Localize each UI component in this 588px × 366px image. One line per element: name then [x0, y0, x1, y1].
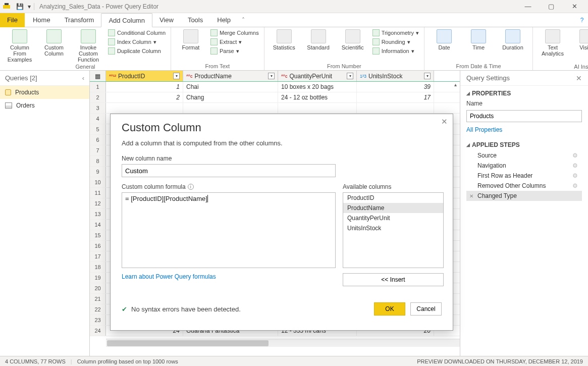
ribbon: Column From Examples Custom Column Invok…	[0, 27, 588, 71]
tab-help[interactable]: Help	[210, 13, 238, 27]
column-from-examples-button[interactable]: Column From Examples	[5, 29, 34, 63]
ribbon-tabs: File Home Transform Add Column View Tool…	[0, 13, 588, 27]
applied-step[interactable]: Removed Other Columns⚙	[466, 181, 582, 191]
collapse-queries-icon[interactable]: ‹	[82, 74, 84, 82]
standard-button[interactable]: Standard	[304, 29, 333, 50]
statistics-button[interactable]: Statistics	[270, 29, 299, 50]
gear-icon[interactable]: ⚙	[572, 162, 578, 169]
name-label: Name	[466, 100, 582, 107]
column-header[interactable]: ᴬᴮcQuantityPerUnit▾	[278, 71, 357, 81]
save-icon[interactable]: 💾	[16, 3, 24, 10]
close-settings-icon[interactable]: ✕	[576, 74, 582, 82]
grid-corner[interactable]: ▦	[90, 71, 106, 81]
available-columns-list[interactable]: ProductIDProductNameQuantityPerUnitUnits…	[343, 192, 444, 268]
ribbon-collapse-icon[interactable]: ˄	[238, 17, 249, 24]
applied-step[interactable]: First Row as Header⚙	[466, 171, 582, 181]
help-icon[interactable]: ?	[576, 17, 588, 24]
column-filter-icon[interactable]: ▾	[347, 73, 353, 79]
status-profiling: Column profiling based on top 1000 rows	[77, 358, 178, 364]
dialog-close-icon[interactable]: ✕	[441, 117, 448, 126]
available-column-item[interactable]: ProductID	[343, 193, 443, 203]
tab-tools[interactable]: Tools	[181, 13, 210, 27]
check-icon: ✔	[122, 305, 127, 313]
gear-icon[interactable]: ⚙	[572, 152, 578, 159]
scientific-button[interactable]: Scientific	[338, 29, 367, 50]
qat-dropdown-icon[interactable]: ▾	[28, 3, 31, 10]
conditional-column-button[interactable]: Conditional Column	[108, 29, 166, 36]
query-settings-pane: Query Settings✕ ◢PROPERTIES Name All Pro…	[460, 71, 588, 356]
tab-add-column[interactable]: Add Column	[101, 13, 152, 27]
applied-step[interactable]: Navigation⚙	[466, 161, 582, 171]
column-header[interactable]: ᴬᴮcProductName▾	[183, 71, 278, 81]
duration-button[interactable]: Duration	[498, 29, 527, 50]
applied-step[interactable]: Changed Type	[466, 191, 582, 201]
group-label-text: From Text	[176, 62, 259, 69]
invoke-custom-function-button[interactable]: Invoke Custom Function	[74, 29, 103, 63]
learn-link[interactable]: Learn about Power Query formulas	[122, 273, 216, 280]
column-filter-icon[interactable]: ▾	[268, 73, 275, 79]
trigonometry-button[interactable]: Trigonometry ▾	[372, 29, 419, 36]
tab-view[interactable]: View	[152, 13, 181, 27]
date-button[interactable]: Date	[430, 29, 459, 50]
column-filter-icon[interactable]: ▾	[173, 73, 180, 79]
group-label-general: General	[5, 63, 166, 70]
table-row[interactable]: 3	[90, 103, 460, 114]
column-header[interactable]: 1²3UnitsInStock▾	[357, 71, 434, 81]
tab-file[interactable]: File	[0, 13, 25, 27]
vision-button[interactable]: Vision	[572, 29, 588, 50]
tab-transform[interactable]: Transform	[58, 13, 101, 27]
app-logo	[3, 3, 10, 10]
dialog-subtitle: Add a column that is computed from the o…	[122, 139, 442, 147]
group-label-ai: AI Insights	[538, 63, 588, 70]
title-bar: 💾 ▾ Analyzing_Sales_Data - Power Query E…	[0, 0, 588, 13]
rounding-button[interactable]: Rounding ▾	[372, 38, 419, 45]
merge-columns-button[interactable]: Merge Columns	[210, 29, 259, 36]
group-label-datetime: From Date & Time	[430, 62, 527, 69]
custom-column-dialog: ✕ Custom Column Add a column that is com…	[110, 114, 453, 331]
warning-icon	[5, 89, 11, 95]
close-button[interactable]: ✕	[563, 3, 586, 10]
applied-step[interactable]: Source⚙	[466, 150, 582, 161]
ok-button[interactable]: OK	[374, 302, 405, 316]
status-text: No syntax errors have been detected.	[131, 305, 241, 313]
tab-home[interactable]: Home	[26, 13, 58, 27]
gear-icon[interactable]: ⚙	[572, 182, 578, 189]
index-column-button[interactable]: Index Column ▾	[108, 38, 166, 45]
duplicate-column-button[interactable]: Duplicate Column	[108, 47, 166, 55]
available-column-item[interactable]: ProductName	[343, 203, 443, 213]
custom-column-button[interactable]: Custom Column	[39, 29, 69, 57]
all-properties-link[interactable]: All Properties	[466, 126, 582, 133]
available-column-item[interactable]: QuantityPerUnit	[343, 213, 443, 223]
queries-pane: Queries [2]‹ ProductsOrders	[0, 71, 90, 356]
dialog-title: Custom Column	[122, 121, 442, 134]
cancel-button[interactable]: Cancel	[410, 302, 442, 316]
group-label-number: From Number	[270, 62, 419, 69]
formula-input[interactable]: = [ProductID][ProductName]	[122, 192, 336, 268]
query-name-input[interactable]	[466, 110, 582, 122]
table-icon	[5, 102, 12, 109]
parse-button[interactable]: Parse ▾	[210, 47, 259, 55]
new-column-name-input[interactable]	[122, 164, 336, 177]
extract-button[interactable]: Extract ▾	[210, 38, 259, 45]
quick-access-toolbar: 💾 ▾	[13, 3, 34, 10]
gear-icon[interactable]: ⚙	[572, 172, 578, 179]
time-button[interactable]: Time	[464, 29, 493, 50]
formula-label: Custom column formula	[122, 183, 186, 190]
status-preview-time: PREVIEW DOWNLOADED ON THURSDAY, DECEMBER…	[417, 358, 583, 364]
column-header[interactable]: ᴬᴮ¹²ProductID▾	[106, 71, 183, 81]
maximize-button[interactable]: ▢	[540, 3, 563, 10]
settings-header: Query Settings	[466, 74, 510, 82]
table-row[interactable]: 11Chai10 boxes x 20 bags39	[90, 82, 460, 92]
query-item[interactable]: Orders	[0, 99, 89, 112]
insert-button[interactable]: << Insert	[343, 273, 444, 286]
text-analytics-button[interactable]: Text Analytics	[538, 29, 567, 57]
column-filter-icon[interactable]: ▾	[424, 73, 431, 79]
info-icon[interactable]: i	[188, 184, 194, 190]
minimize-button[interactable]: —	[516, 3, 540, 10]
table-row[interactable]: 22Chang24 - 12 oz bottles17	[90, 92, 460, 103]
information-button[interactable]: Information ▾	[372, 47, 419, 55]
format-button[interactable]: Format	[176, 29, 205, 50]
available-column-item[interactable]: UnitsInStock	[343, 223, 443, 233]
horizontal-scrollbar[interactable]	[106, 339, 460, 347]
query-item[interactable]: Products	[0, 86, 89, 99]
